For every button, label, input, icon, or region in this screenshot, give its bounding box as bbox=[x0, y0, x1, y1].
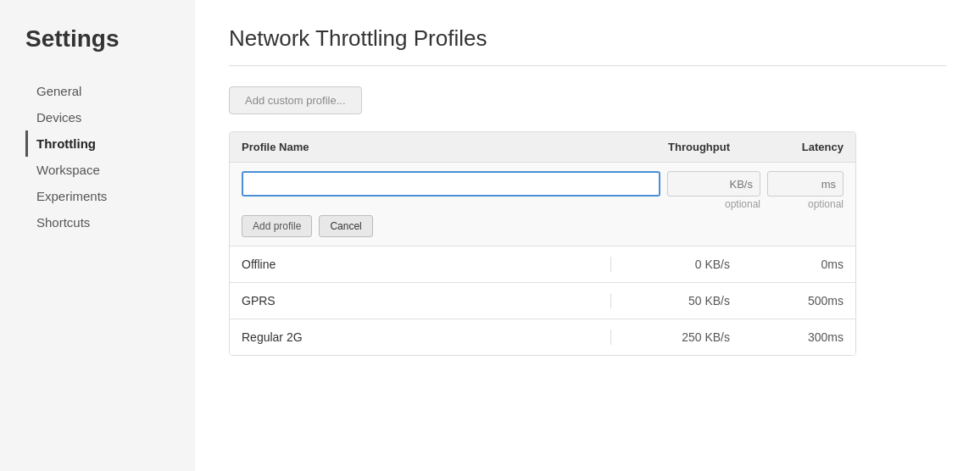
table-row: Offline 0 KB/s 0ms bbox=[230, 247, 855, 283]
row-divider bbox=[610, 293, 611, 308]
row-name: Regular 2G bbox=[242, 330, 610, 344]
divider bbox=[229, 65, 946, 66]
row-latency: 0ms bbox=[742, 258, 844, 271]
row-latency: 500ms bbox=[742, 294, 844, 308]
sidebar-item-throttling[interactable]: Throttling bbox=[25, 130, 187, 157]
add-profile-button[interactable]: Add profile bbox=[242, 215, 312, 237]
row-name: Offline bbox=[242, 258, 610, 271]
form-buttons-row: Add profile Cancel bbox=[230, 215, 855, 246]
row-divider bbox=[610, 330, 611, 345]
row-throughput: 0 KB/s bbox=[623, 258, 742, 271]
throughput-optional-label: optional bbox=[674, 198, 767, 210]
form-optionals-row: optional optional bbox=[230, 197, 855, 215]
row-throughput: 50 KB/s bbox=[623, 294, 742, 308]
header-throughput: Throughput bbox=[623, 141, 742, 153]
sidebar-item-shortcuts[interactable]: Shortcuts bbox=[25, 209, 187, 236]
sidebar-title: Settings bbox=[25, 25, 195, 53]
form-inputs-row bbox=[230, 163, 855, 197]
main-content: Network Throttling Profiles Add custom p… bbox=[195, 0, 980, 471]
add-custom-profile-button[interactable]: Add custom profile... bbox=[229, 86, 362, 114]
sidebar: Settings General Devices Throttling Work… bbox=[0, 0, 195, 471]
header-latency: Latency bbox=[742, 141, 844, 153]
profiles-table: Profile Name Throughput Latency optional… bbox=[229, 131, 856, 356]
latency-optional-label: optional bbox=[767, 198, 844, 210]
row-divider bbox=[610, 257, 611, 272]
sidebar-item-general[interactable]: General bbox=[25, 78, 187, 104]
throughput-input[interactable] bbox=[667, 171, 760, 197]
sidebar-item-workspace[interactable]: Workspace bbox=[25, 157, 187, 183]
cancel-button[interactable]: Cancel bbox=[319, 215, 372, 237]
profile-name-input[interactable] bbox=[242, 171, 660, 197]
sidebar-item-devices[interactable]: Devices bbox=[25, 104, 187, 130]
table-row: GPRS 50 KB/s 500ms bbox=[230, 283, 855, 319]
latency-input[interactable] bbox=[767, 171, 844, 197]
sidebar-item-experiments[interactable]: Experiments bbox=[25, 183, 187, 209]
row-latency: 300ms bbox=[742, 330, 844, 344]
table-row: Regular 2G 250 KB/s 300ms bbox=[230, 319, 855, 355]
row-throughput: 250 KB/s bbox=[623, 330, 742, 344]
add-profile-form: optional optional Add profile Cancel bbox=[230, 163, 855, 247]
header-profile-name: Profile Name bbox=[242, 141, 623, 153]
page-title: Network Throttling Profiles bbox=[229, 25, 946, 52]
table-header: Profile Name Throughput Latency bbox=[230, 132, 855, 163]
row-name: GPRS bbox=[242, 294, 610, 308]
